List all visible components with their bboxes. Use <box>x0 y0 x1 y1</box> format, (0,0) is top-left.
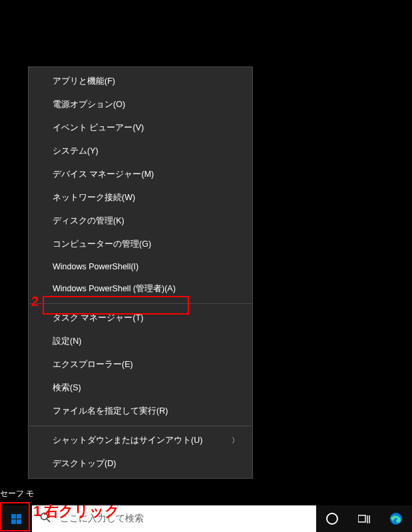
menu-item-search[interactable]: 検索(S) <box>29 376 252 400</box>
menu-item-task-manager[interactable]: タスク マネージャー(T) <box>29 307 252 330</box>
menu-item-event-viewer[interactable]: イベント ビューアー(V) <box>29 116 252 140</box>
menu-item-label: デバイス マネージャー(M) <box>53 169 154 180</box>
menu-item-label: 検索(S) <box>53 382 81 394</box>
menu-item-disk-management[interactable]: ディスクの管理(K) <box>29 209 252 233</box>
menu-item-explorer[interactable]: エクスプローラー(E) <box>29 353 252 376</box>
menu-separator <box>29 426 252 426</box>
taskbar-search-box[interactable]: ここに入力して検索 <box>32 505 316 532</box>
menu-item-label: コンピューターの管理(G) <box>53 239 151 250</box>
menu-item-label: デスクトップ(D) <box>53 458 116 469</box>
start-button[interactable] <box>0 505 32 532</box>
menu-item-label: ネットワーク接続(W) <box>53 192 135 203</box>
menu-item-label: ディスクの管理(K) <box>53 215 124 227</box>
edge-browser-button[interactable] <box>380 505 412 532</box>
task-view-icon <box>358 514 370 523</box>
search-icon <box>40 512 51 525</box>
menu-separator <box>29 303 252 304</box>
menu-item-label: エクスプローラー(E) <box>53 359 133 370</box>
menu-item-label: システム(Y) <box>53 146 99 157</box>
taskbar: ここに入力して検索 <box>0 505 412 532</box>
menu-item-system[interactable]: システム(Y) <box>29 140 252 163</box>
menu-item-device-manager[interactable]: デバイス マネージャー(M) <box>29 163 252 186</box>
menu-item-powershell[interactable]: Windows PowerShell(I) <box>29 256 252 277</box>
menu-item-label: タスク マネージャー(T) <box>53 313 143 324</box>
menu-item-label: Windows PowerShell (管理者)(A) <box>53 283 176 295</box>
menu-item-network-connections[interactable]: ネットワーク接続(W) <box>29 186 252 209</box>
svg-line-1 <box>47 519 51 523</box>
edge-icon <box>389 512 403 525</box>
menu-item-label: アプリと機能(F) <box>53 76 115 87</box>
menu-item-label: 設定(N) <box>53 336 81 347</box>
search-placeholder-text: ここに入力して検索 <box>60 513 144 525</box>
task-view-button[interactable] <box>348 505 380 532</box>
safe-mode-label: セーフ モ <box>0 488 34 499</box>
svg-point-0 <box>41 513 48 520</box>
menu-item-shutdown-signout[interactable]: シャットダウンまたはサインアウト(U)〉 <box>29 429 252 452</box>
cortana-button[interactable] <box>316 505 348 532</box>
menu-item-label: シャットダウンまたはサインアウト(U) <box>53 435 202 446</box>
menu-item-label: ファイル名を指定して実行(R) <box>53 406 168 417</box>
cortana-circle-icon <box>326 513 338 525</box>
menu-item-run[interactable]: ファイル名を指定して実行(R) <box>29 400 252 423</box>
svg-rect-2 <box>358 515 365 522</box>
menu-item-computer-management[interactable]: コンピューターの管理(G) <box>29 233 252 256</box>
menu-item-label: 電源オプション(O) <box>53 99 125 110</box>
winx-context-menu: アプリと機能(F)電源オプション(O)イベント ビューアー(V)システム(Y)デ… <box>28 66 253 479</box>
menu-item-label: Windows PowerShell(I) <box>53 262 138 271</box>
menu-item-desktop[interactable]: デスクトップ(D) <box>29 452 252 475</box>
menu-item-apps-features[interactable]: アプリと機能(F) <box>29 70 252 93</box>
menu-item-power-options[interactable]: 電源オプション(O) <box>29 93 252 116</box>
chevron-right-icon: 〉 <box>232 436 239 446</box>
menu-item-powershell-admin[interactable]: Windows PowerShell (管理者)(A) <box>29 277 252 301</box>
menu-item-settings[interactable]: 設定(N) <box>29 330 252 353</box>
menu-item-label: イベント ビューアー(V) <box>53 122 144 134</box>
windows-logo-icon <box>11 514 21 524</box>
